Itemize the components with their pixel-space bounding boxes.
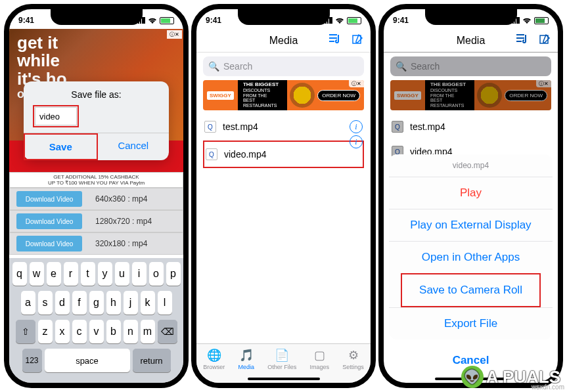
file-row-test[interactable]: Q test.mp4 bbox=[384, 114, 558, 139]
download-res: 640x360 : mp4 bbox=[82, 194, 183, 204]
search-input[interactable]: 🔍 Search bbox=[203, 56, 364, 76]
key-g[interactable]: g bbox=[89, 291, 104, 315]
key-p[interactable]: p bbox=[166, 262, 181, 286]
key-v[interactable]: v bbox=[89, 320, 104, 343]
info-icon[interactable]: i bbox=[350, 120, 363, 133]
phone-2: 9:41 Media 🔍 Search ⓘ✕ SWIGGY THE BIGGES… bbox=[191, 4, 376, 388]
tab-media[interactable]: 🎵Media bbox=[238, 348, 254, 370]
cancel-button[interactable]: Cancel bbox=[98, 133, 170, 160]
download-button[interactable]: Download Video bbox=[16, 191, 82, 207]
playlist-icon[interactable] bbox=[516, 33, 529, 48]
key-r[interactable]: r bbox=[64, 262, 78, 286]
key-f[interactable]: f bbox=[72, 291, 87, 315]
search-placeholder: Search bbox=[411, 61, 440, 72]
file-row-video[interactable]: Q video.mp4 bbox=[204, 142, 363, 167]
space-key[interactable]: space bbox=[45, 349, 130, 372]
tab-label: Images bbox=[310, 364, 330, 370]
key-e[interactable]: e bbox=[47, 262, 61, 286]
download-row-3: Download Video 320x180 : mp4 bbox=[9, 232, 183, 255]
page-title: Media bbox=[457, 35, 486, 47]
phone-3: 9:41 Media 🔍 Search ⓘ✕ bbox=[378, 4, 563, 388]
key-b[interactable]: b bbox=[106, 320, 121, 343]
keyboard[interactable]: q w e r t y u i o p a s d f g h j k l bbox=[9, 258, 183, 383]
ad-info-icon[interactable]: ⓘ✕ bbox=[167, 30, 182, 39]
key-s[interactable]: s bbox=[38, 291, 53, 315]
key-k[interactable]: k bbox=[141, 291, 155, 315]
tab-other-files[interactable]: 📄Other Files bbox=[267, 348, 296, 370]
tab-label: Media bbox=[238, 364, 254, 370]
compose-icon[interactable] bbox=[352, 33, 364, 48]
key-x[interactable]: x bbox=[55, 320, 70, 343]
battery-icon bbox=[347, 17, 361, 24]
wifi-icon bbox=[335, 17, 344, 24]
tab-images[interactable]: ▢Images bbox=[310, 348, 330, 370]
status-time: 9:41 bbox=[393, 16, 409, 25]
info-icon[interactable]: i bbox=[350, 135, 363, 148]
ad-brand: SWIGGY bbox=[207, 91, 234, 100]
sheet-open-apps[interactable]: Open in Other Apps bbox=[389, 241, 553, 273]
tab-browser[interactable]: 🌐Browser bbox=[203, 348, 225, 370]
ad-info-icon[interactable]: ⓘ✕ bbox=[349, 80, 364, 87]
sheet-export[interactable]: Export File bbox=[389, 307, 553, 339]
key-q[interactable]: q bbox=[12, 262, 27, 286]
key-o[interactable]: o bbox=[149, 262, 164, 286]
wifi-icon bbox=[522, 17, 532, 24]
filename-input[interactable]: video bbox=[35, 107, 77, 125]
key-l[interactable]: l bbox=[158, 291, 172, 315]
ad-banner[interactable]: ⓘ✕ SWIGGY THE BIGGESTDISCOUNTS FROM THEB… bbox=[203, 80, 364, 110]
nav-bar: Media bbox=[196, 29, 371, 53]
key-i[interactable]: i bbox=[132, 262, 147, 286]
ad-cta[interactable]: ORDER NOW bbox=[317, 90, 360, 101]
file-name: test.mp4 bbox=[223, 121, 343, 132]
key-d[interactable]: d bbox=[55, 291, 70, 315]
key-z[interactable]: z bbox=[38, 320, 53, 343]
sheet-play[interactable]: Play bbox=[389, 177, 553, 209]
download-button[interactable]: Download Video bbox=[16, 236, 82, 251]
key-c[interactable]: c bbox=[72, 320, 87, 343]
search-icon: 🔍 bbox=[396, 61, 407, 72]
ad-cta[interactable]: ORDER NOW bbox=[505, 90, 547, 101]
key-h[interactable]: h bbox=[106, 291, 121, 315]
files-icon: 📄 bbox=[274, 348, 290, 362]
file-icon: Q bbox=[204, 121, 216, 133]
phone-1: 9:41 ⓘ✕ get it while it's ho or ato bbox=[4, 4, 189, 388]
download-res: 320x180 : mp4 bbox=[82, 239, 183, 248]
download-row-2: Download Video 1280x720 : mp4 bbox=[9, 210, 183, 232]
key-m[interactable]: m bbox=[141, 320, 155, 343]
cashback-line-1: GET ADDITIONAL 15% CASHBACK bbox=[53, 174, 139, 180]
ad-text: THE BIGGESTDISCOUNTS FROM THEBEST RESTAU… bbox=[425, 80, 474, 110]
key-y[interactable]: y bbox=[98, 262, 112, 286]
return-key[interactable]: return bbox=[133, 349, 171, 372]
gear-icon: ⚙ bbox=[346, 348, 361, 362]
file-row-test[interactable]: Q test.mp4 i bbox=[196, 114, 371, 139]
media-icon: 🎵 bbox=[238, 348, 254, 362]
key-w[interactable]: w bbox=[30, 262, 44, 286]
backspace-key[interactable]: ⌫ bbox=[158, 320, 177, 343]
search-icon: 🔍 bbox=[208, 61, 219, 72]
save-button[interactable]: Save bbox=[25, 135, 97, 159]
numeric-key[interactable]: 123 bbox=[22, 349, 42, 372]
home-indicator[interactable] bbox=[248, 378, 320, 380]
key-j[interactable]: j bbox=[124, 291, 138, 315]
shift-key[interactable]: ⇧ bbox=[16, 320, 35, 343]
key-u[interactable]: u bbox=[115, 262, 129, 286]
file-name: video.mp4 bbox=[224, 149, 361, 160]
key-a[interactable]: a bbox=[21, 291, 35, 315]
ad-banner[interactable]: ⓘ✕ SWIGGY THE BIGGESTDISCOUNTS FROM THEB… bbox=[390, 80, 551, 110]
battery-icon bbox=[534, 17, 549, 24]
page-title: Media bbox=[269, 35, 298, 47]
search-input[interactable]: 🔍 Search bbox=[390, 56, 551, 76]
compose-icon[interactable] bbox=[539, 33, 551, 48]
ad-info-icon[interactable]: ⓘ✕ bbox=[536, 80, 551, 87]
key-t[interactable]: t bbox=[81, 262, 95, 286]
battery-icon bbox=[160, 17, 174, 24]
tab-bar: 🌐Browser 🎵Media 📄Other Files ▢Images ⚙Se… bbox=[196, 343, 371, 383]
search-placeholder: Search bbox=[223, 61, 252, 72]
tab-settings[interactable]: ⚙Settings bbox=[342, 348, 364, 370]
key-n[interactable]: n bbox=[124, 320, 138, 343]
download-button[interactable]: Download Video bbox=[16, 213, 82, 229]
sheet-external[interactable]: Play on External Display bbox=[389, 209, 553, 241]
notch bbox=[238, 8, 330, 25]
playlist-icon[interactable] bbox=[329, 33, 342, 48]
sheet-save-camera-roll[interactable]: Save to Camera Roll bbox=[402, 274, 539, 306]
